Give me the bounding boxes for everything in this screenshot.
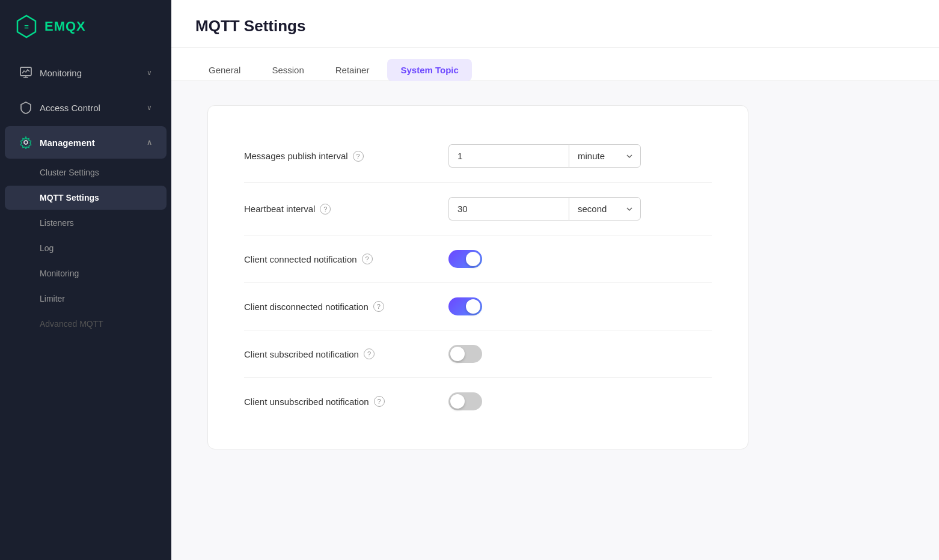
monitoring-icon <box>19 66 32 79</box>
client-disconnected-notification-toggle[interactable] <box>448 297 482 315</box>
client-subscribed-notification-toggle[interactable] <box>448 345 482 363</box>
messages-publish-interval-help-icon[interactable]: ? <box>353 151 364 162</box>
form-row-messages-publish-interval: Messages publish interval ? minute secon… <box>244 130 712 183</box>
monitoring-arrow-icon: ∨ <box>147 68 152 77</box>
sidebar-item-access-control[interactable]: Access Control ∨ <box>5 91 167 124</box>
client-unsubscribed-notification-toggle[interactable] <box>448 392 482 410</box>
monitoring-sub-label: Monitoring <box>40 269 79 278</box>
heartbeat-interval-help-icon[interactable]: ? <box>320 204 331 215</box>
sidebar: = EMQX Monitoring ∨ Access Control ∨ Man… <box>0 0 171 560</box>
form-row-heartbeat-interval: Heartbeat interval ? second minute hour <box>244 183 712 236</box>
client-connected-notification-toggle[interactable] <box>448 250 482 268</box>
messages-publish-interval-unit-select[interactable]: minute second hour <box>569 144 641 168</box>
sidebar-item-monitoring[interactable]: Monitoring ∨ <box>5 56 167 89</box>
sidebar-sub-cluster-settings[interactable]: Cluster Settings <box>5 160 167 184</box>
sidebar-sub-listeners[interactable]: Listeners <box>5 211 167 235</box>
heartbeat-interval-input[interactable] <box>448 197 569 221</box>
sidebar-sub-log[interactable]: Log <box>5 236 167 260</box>
page-header: MQTT Settings <box>171 0 939 48</box>
form-row-client-subscribed-notification: Client subscribed notification ? <box>244 330 712 378</box>
gear-icon <box>19 136 32 149</box>
emqx-logo-icon: = <box>14 14 38 38</box>
sidebar-item-monitoring-label: Monitoring <box>40 68 139 78</box>
client-disconnected-notification-toggle-thumb <box>466 299 480 314</box>
heartbeat-interval-input-group: second minute hour <box>448 197 641 221</box>
tab-session[interactable]: Session <box>258 59 317 81</box>
client-subscribed-notification-toggle-thumb <box>450 347 465 361</box>
limiter-label: Limiter <box>40 294 65 303</box>
form-row-client-connected-notification: Client connected notification ? <box>244 236 712 283</box>
shield-icon <box>19 101 32 114</box>
tab-retainer[interactable]: Retainer <box>322 59 383 81</box>
svg-text:=: = <box>24 22 29 31</box>
main-content: MQTT Settings General Session Retainer S… <box>171 0 939 560</box>
logo-area: = EMQX <box>0 0 171 55</box>
svg-point-5 <box>24 141 28 144</box>
sidebar-sub-mqtt-settings[interactable]: MQTT Settings <box>5 186 167 210</box>
client-unsubscribed-notification-toggle-thumb <box>450 394 465 409</box>
form-row-client-unsubscribed-notification: Client unsubscribed notification ? <box>244 378 712 425</box>
sidebar-sub-limiter[interactable]: Limiter <box>5 287 167 311</box>
messages-publish-interval-label: Messages publish interval ? <box>244 151 436 162</box>
form-row-client-disconnected-notification: Client disconnected notification ? <box>244 283 712 330</box>
mqtt-settings-label: MQTT Settings <box>40 193 99 202</box>
client-disconnected-notification-help-icon[interactable]: ? <box>373 301 384 312</box>
sidebar-item-management-label: Management <box>40 138 139 148</box>
client-disconnected-notification-label: Client disconnected notification ? <box>244 301 436 312</box>
settings-panel: Messages publish interval ? minute secon… <box>171 81 939 560</box>
log-label: Log <box>40 243 54 253</box>
settings-card: Messages publish interval ? minute secon… <box>207 105 748 449</box>
cluster-settings-label: Cluster Settings <box>40 168 99 177</box>
sidebar-item-access-control-label: Access Control <box>40 103 139 113</box>
client-connected-notification-toggle-thumb <box>466 252 480 266</box>
sidebar-sub-monitoring[interactable]: Monitoring <box>5 261 167 285</box>
client-unsubscribed-notification-label: Client unsubscribed notification ? <box>244 396 436 407</box>
messages-publish-interval-input[interactable] <box>448 144 569 168</box>
sidebar-item-management[interactable]: Management ∧ <box>5 126 167 159</box>
client-unsubscribed-notification-help-icon[interactable]: ? <box>374 396 385 407</box>
client-connected-notification-label: Client connected notification ? <box>244 254 436 264</box>
advanced-mqtt-label: Advanced MQTT <box>40 319 103 329</box>
client-subscribed-notification-help-icon[interactable]: ? <box>364 348 375 359</box>
heartbeat-interval-label: Heartbeat interval ? <box>244 204 436 215</box>
management-arrow-icon: ∧ <box>147 138 152 147</box>
tabs-bar: General Session Retainer System Topic <box>171 48 939 81</box>
messages-publish-interval-input-group: minute second hour <box>448 144 641 168</box>
client-subscribed-notification-label: Client subscribed notification ? <box>244 348 436 359</box>
heartbeat-interval-unit-select[interactable]: second minute hour <box>569 197 641 221</box>
tab-system-topic[interactable]: System Topic <box>387 59 471 81</box>
logo-text: EMQX <box>44 19 86 34</box>
listeners-label: Listeners <box>40 218 74 228</box>
client-connected-notification-help-icon[interactable]: ? <box>362 254 373 264</box>
tab-general[interactable]: General <box>195 59 254 81</box>
sidebar-sub-advanced-mqtt[interactable]: Advanced MQTT <box>5 312 167 336</box>
access-control-arrow-icon: ∨ <box>147 103 152 112</box>
page-title: MQTT Settings <box>195 17 915 35</box>
